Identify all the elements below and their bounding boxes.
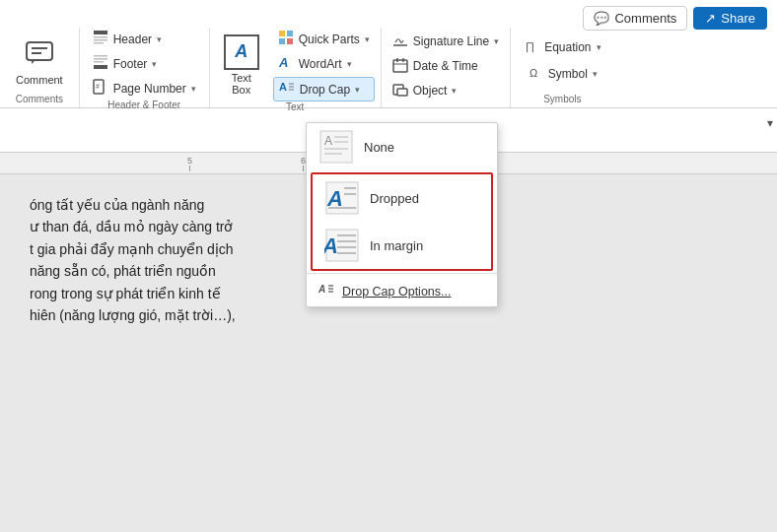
ribbon-group-text: A TextBox Quick Parts ▾ A [210, 28, 382, 107]
object-icon [392, 82, 408, 100]
textbox-icon: A [224, 34, 259, 70]
svg-rect-7 [94, 42, 104, 44]
share-label: Share [721, 11, 755, 26]
svg-rect-0 [27, 42, 52, 60]
dropcap-icon: A [279, 80, 295, 99]
symbols-group-label: Symbols [519, 94, 605, 107]
comments-group-label: Comments [10, 94, 69, 107]
quick-parts-button[interactable]: Quick Parts ▾ [273, 28, 375, 50]
dropdown-divider [307, 273, 497, 274]
dropcap-inmargin-icon: A [324, 228, 360, 263]
svg-rect-9 [94, 55, 107, 57]
dropcap-label: Drop Cap [300, 83, 350, 97]
svg-rect-11 [94, 61, 104, 63]
signature-line-icon [392, 33, 408, 51]
share-button[interactable]: ↗ Share [693, 7, 767, 30]
comment-large-button[interactable]: Comment [10, 33, 69, 90]
equation-icon: ∏ [524, 38, 539, 57]
dropcap-options-label: Drop Cap Options... [342, 285, 451, 299]
ruler-tick-5: 5 [187, 156, 192, 166]
dropcap-dropped-icon: A [324, 180, 360, 216]
svg-text:Ω: Ω [530, 67, 537, 79]
dropcap-none-item[interactable]: A None [307, 123, 497, 170]
object-label: Object [413, 84, 448, 98]
footer-button[interactable]: Footer ▾ [88, 52, 201, 75]
page-number-button[interactable]: # Page Number ▾ [88, 77, 201, 100]
page-number-icon: # [93, 79, 108, 98]
insert-group-label [388, 104, 504, 107]
svg-text:A: A [324, 233, 338, 258]
svg-text:∏: ∏ [526, 40, 534, 53]
textbox-label: TextBox [232, 72, 251, 96]
footer-label: Footer [113, 57, 148, 71]
header-label: Header [113, 33, 152, 46]
dropcap-options-icon: A [318, 282, 334, 300]
svg-rect-17 [287, 38, 293, 44]
symbol-button[interactable]: Ω Symbol ▾ [523, 63, 602, 86]
signature-line-label: Signature Line [413, 34, 489, 48]
textbox-button[interactable]: A TextBox [216, 31, 267, 100]
object-chevron: ▾ [452, 86, 457, 96]
signature-chevron: ▾ [494, 36, 499, 46]
date-time-button[interactable]: Date & Time [388, 55, 504, 78]
svg-marker-3 [32, 60, 35, 64]
header-chevron: ▾ [157, 34, 162, 44]
wordart-label: WordArt [299, 57, 342, 71]
quick-parts-icon [278, 30, 294, 48]
symbol-label: Symbol [548, 67, 588, 81]
svg-rect-24 [393, 60, 407, 72]
wordart-icon: A [278, 54, 294, 73]
dropcap-chevron: ▾ [355, 85, 360, 95]
svg-text:A: A [318, 284, 325, 295]
svg-rect-14 [279, 31, 285, 36]
quick-parts-chevron: ▾ [365, 34, 370, 44]
ribbon-group-symbols: ∏ Equation ▾ Ω Symbol ▾ Symbols [511, 28, 613, 107]
date-time-label: Date & Time [413, 59, 478, 73]
text-group-label: Text [216, 101, 375, 115]
header-icon [93, 30, 108, 48]
dropcap-inmargin-item[interactable]: A In margin [313, 222, 491, 269]
ribbon-expand-button[interactable]: ▾ [767, 116, 773, 130]
svg-rect-5 [94, 36, 107, 38]
svg-rect-16 [279, 38, 285, 44]
dropcap-button[interactable]: A Drop Cap ▾ [273, 77, 375, 101]
comment-icon: 💬 [594, 11, 609, 26]
page-number-label: Page Number [113, 82, 186, 96]
dropcap-dropdown: A None A Dropped [306, 122, 498, 307]
footer-icon [93, 54, 108, 73]
svg-text:A: A [324, 134, 332, 148]
svg-rect-10 [94, 58, 107, 60]
symbol-icon: Ω [528, 65, 543, 84]
svg-rect-8 [94, 65, 107, 69]
footer-chevron: ▾ [152, 59, 157, 69]
dropcap-none-icon: A [318, 129, 354, 165]
equation-label: Equation [544, 40, 591, 54]
header-footer-group-label: Header & Footer [88, 100, 201, 113]
dropcap-inmargin-label: In margin [370, 238, 423, 253]
date-time-icon [392, 57, 408, 76]
dropcap-highlighted-group: A Dropped A In margin [311, 172, 493, 271]
svg-rect-4 [94, 31, 107, 34]
dropcap-dropped-item[interactable]: A Dropped [313, 174, 491, 222]
dropcap-dropped-label: Dropped [370, 191, 419, 206]
svg-rect-6 [94, 39, 107, 41]
dropcap-options-item[interactable]: A Drop Cap Options... [307, 276, 497, 306]
object-button[interactable]: Object ▾ [388, 80, 504, 102]
signature-line-button[interactable]: Signature Line ▾ [388, 31, 504, 53]
comments-label: Comments [614, 11, 676, 26]
svg-rect-15 [287, 31, 293, 36]
svg-text:#: # [96, 83, 100, 90]
header-button[interactable]: Header ▾ [88, 28, 201, 50]
ribbon-group-insert: Signature Line ▾ Date & Time Object [382, 28, 511, 107]
ribbon-group-comments: Comment Comments [0, 28, 80, 107]
dropcap-none-label: None [364, 140, 394, 155]
equation-chevron: ▾ [597, 42, 601, 52]
svg-text:A: A [278, 55, 288, 70]
svg-rect-29 [397, 89, 407, 96]
quick-parts-label: Quick Parts [299, 33, 360, 46]
equation-button[interactable]: ∏ Equation ▾ [519, 36, 605, 59]
comment-btn-label: Comment [16, 74, 63, 86]
comment-large-icon [24, 36, 55, 72]
wordart-button[interactable]: A WordArt ▾ [273, 52, 375, 75]
wordart-chevron: ▾ [347, 59, 352, 69]
